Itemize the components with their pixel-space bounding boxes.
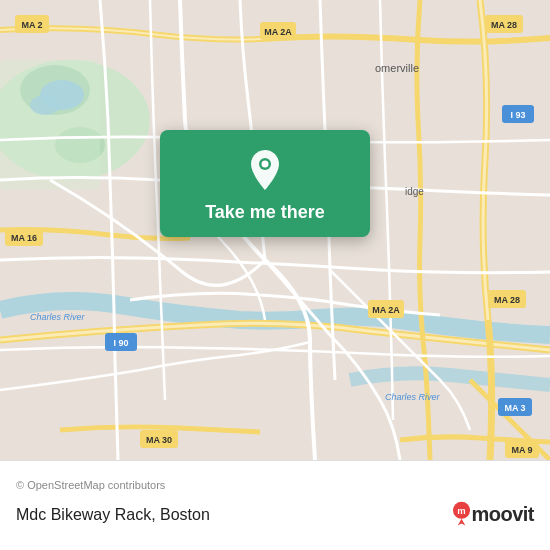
- moovit-icon: m: [435, 497, 471, 533]
- map-container: MA 2 MA 2A MA 28 I 93 MA 16 I 90 MA 2A M…: [0, 0, 550, 460]
- svg-text:MA 16: MA 16: [11, 233, 37, 243]
- svg-text:MA 2A: MA 2A: [264, 27, 292, 37]
- svg-text:MA 30: MA 30: [146, 435, 172, 445]
- svg-text:MA 28: MA 28: [494, 295, 520, 305]
- take-me-there-card[interactable]: Take me there: [160, 130, 370, 237]
- svg-text:MA 3: MA 3: [504, 403, 525, 413]
- svg-text:Charles River: Charles River: [385, 392, 441, 402]
- svg-text:I 93: I 93: [510, 110, 525, 120]
- svg-text:Charles River: Charles River: [30, 312, 86, 322]
- svg-text:omerville: omerville: [375, 62, 419, 74]
- svg-text:MA 28: MA 28: [491, 20, 517, 30]
- svg-text:m: m: [458, 505, 466, 516]
- svg-text:MA 2A: MA 2A: [372, 305, 400, 315]
- location-pin-icon: [246, 148, 284, 192]
- bottom-row: Mdc Bikeway Rack, Boston m moovit: [16, 497, 534, 533]
- moovit-text: moovit: [471, 503, 534, 526]
- moovit-logo: m moovit: [435, 497, 534, 533]
- svg-rect-4: [0, 60, 100, 190]
- place-name: Mdc Bikeway Rack, Boston: [16, 506, 210, 524]
- take-me-there-button-label: Take me there: [205, 202, 325, 223]
- bottom-bar: © OpenStreetMap contributors Mdc Bikeway…: [0, 460, 550, 550]
- svg-text:MA 2: MA 2: [21, 20, 42, 30]
- map-attribution: © OpenStreetMap contributors: [16, 479, 534, 491]
- svg-text:I 90: I 90: [113, 338, 128, 348]
- svg-point-6: [30, 95, 60, 115]
- svg-text:idge: idge: [405, 186, 424, 197]
- svg-point-34: [262, 161, 269, 168]
- location-icon-wrapper: [243, 148, 287, 192]
- svg-text:MA 9: MA 9: [511, 445, 532, 455]
